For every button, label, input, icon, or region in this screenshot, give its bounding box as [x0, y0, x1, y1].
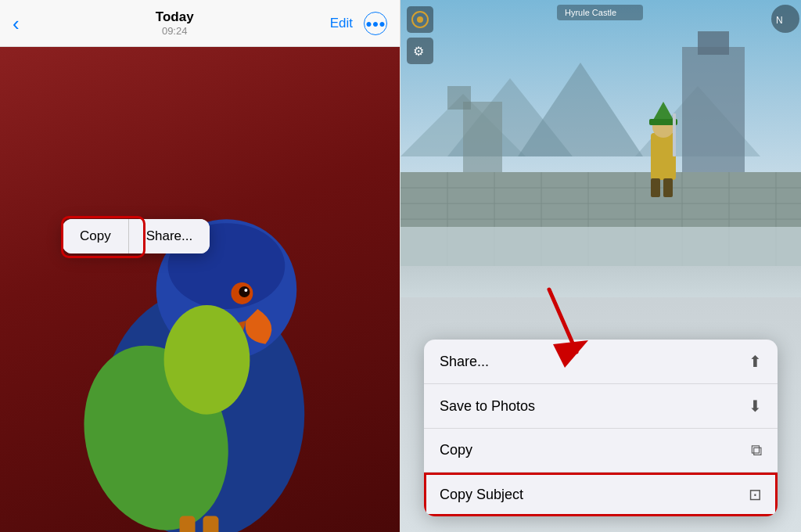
game-screenshot: ⚙ N Hyrule Castle: [400, 0, 801, 266]
svg-text:Hyrule Castle: Hyrule Castle: [565, 8, 616, 17]
bottom-fog-area: Share... ⬆ Save to Photos ⬇ Copy ⧉ Copy …: [400, 266, 801, 532]
svg-point-7: [164, 305, 250, 415]
svg-rect-17: [447, 86, 471, 110]
copy-subject-row[interactable]: Copy Subject ⊡: [424, 473, 778, 516]
svg-text:N: N: [776, 15, 783, 26]
svg-rect-9: [203, 516, 218, 532]
svg-rect-30: [651, 133, 676, 180]
parrot-image: [0, 47, 400, 532]
red-arrow: [526, 282, 604, 376]
nav-title: Today 09:24: [156, 9, 194, 37]
right-panel: ⚙ N Hyrule Castle Share... ⬆ Save to Pho…: [400, 0, 801, 532]
copy-subject-icon: ⊡: [749, 485, 762, 504]
save-photos-label: Save to Photos: [440, 398, 535, 415]
copy-button-left[interactable]: Copy: [63, 219, 129, 253]
svg-rect-8: [180, 516, 196, 532]
svg-point-40: [417, 16, 423, 23]
svg-point-5: [239, 286, 250, 297]
back-button[interactable]: ‹: [13, 13, 20, 34]
svg-rect-35: [663, 178, 673, 197]
copy-icon: ⧉: [751, 441, 762, 459]
more-button[interactable]: ●●●: [364, 12, 387, 35]
share-label: Share...: [440, 354, 489, 370]
svg-rect-34: [651, 178, 660, 197]
svg-rect-37: [400, 227, 801, 266]
share-icon: ⬆: [749, 352, 762, 371]
copy-subject-label: Copy Subject: [440, 487, 523, 503]
svg-marker-48: [553, 340, 588, 368]
nav-title-sub: 09:24: [156, 25, 194, 37]
svg-marker-12: [518, 63, 643, 156]
svg-point-6: [244, 289, 247, 292]
left-context-menu: Copy Share...: [63, 219, 210, 253]
game-scenery: ⚙ N Hyrule Castle: [400, 0, 801, 266]
share-button-left[interactable]: Share...: [129, 219, 210, 253]
svg-rect-16: [463, 102, 502, 172]
photo-area: Copy Share...: [0, 47, 400, 532]
left-panel: ‹ Today 09:24 Edit ●●●: [0, 0, 400, 532]
copy-row[interactable]: Copy ⧉: [424, 429, 778, 473]
copy-label-right: Copy: [440, 442, 472, 458]
save-icon: ⬇: [749, 397, 762, 415]
svg-marker-32: [652, 102, 674, 121]
nav-bar: ‹ Today 09:24 Edit ●●●: [0, 0, 400, 47]
svg-rect-36: [673, 113, 676, 156]
edit-button[interactable]: Edit: [330, 16, 353, 31]
nav-actions: Edit ●●●: [330, 12, 387, 35]
save-photos-row[interactable]: Save to Photos ⬇: [424, 384, 778, 429]
svg-rect-14: [682, 47, 745, 188]
more-icon: ●●●: [365, 17, 385, 30]
svg-text:⚙: ⚙: [413, 45, 424, 58]
nav-title-main: Today: [156, 9, 194, 25]
svg-rect-15: [698, 31, 729, 55]
